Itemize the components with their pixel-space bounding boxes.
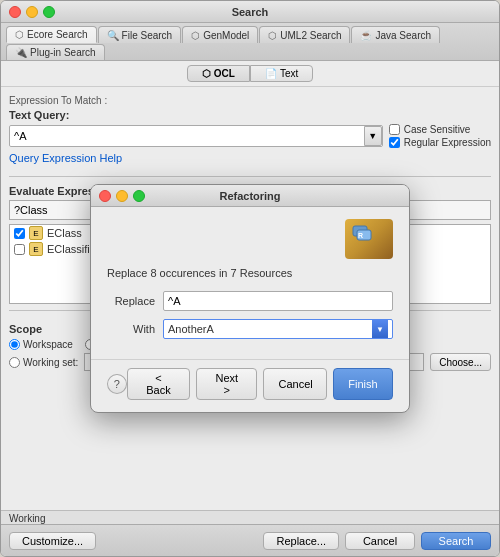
combo-arrow-icon[interactable]: ▼ xyxy=(372,320,388,338)
modal-body: R Replace 8 occurences in 7 Resources Re… xyxy=(91,207,409,359)
help-button[interactable]: ? xyxy=(107,374,127,394)
svg-text:R: R xyxy=(358,232,363,239)
modal-title: Refactoring xyxy=(219,190,280,202)
modal-min-button[interactable] xyxy=(116,190,128,202)
next-button[interactable]: Next > xyxy=(196,368,257,400)
modal-max-button[interactable] xyxy=(133,190,145,202)
modal-icon-row: R xyxy=(107,219,393,259)
finish-button[interactable]: Finish xyxy=(333,368,393,400)
back-button[interactable]: < Back xyxy=(127,368,190,400)
modal-footer: ? < Back Next > Cancel Finish xyxy=(91,359,409,412)
modal-overlay: Refactoring R Replace 8 occurences in 7 … xyxy=(0,0,500,557)
refactoring-svg-icon: R xyxy=(351,224,387,254)
refactoring-modal: Refactoring R Replace 8 occurences in 7 … xyxy=(90,184,410,413)
modal-icon: R xyxy=(345,219,393,259)
replace-field-row: Replace xyxy=(107,291,393,311)
modal-buttons: < Back Next > Cancel Finish xyxy=(127,368,393,400)
modal-close-button[interactable] xyxy=(99,190,111,202)
modal-cancel-button[interactable]: Cancel xyxy=(263,368,327,400)
modal-title-bar: Refactoring xyxy=(91,185,409,207)
with-combo-text: AnotherA xyxy=(168,323,372,335)
replace-input[interactable] xyxy=(163,291,393,311)
modal-description: Replace 8 occurences in 7 Resources xyxy=(107,267,393,279)
replace-label: Replace xyxy=(107,295,155,307)
with-label: With xyxy=(107,323,155,335)
modal-controls xyxy=(99,190,145,202)
with-combo[interactable]: AnotherA ▼ xyxy=(163,319,393,339)
with-field-row: With AnotherA ▼ xyxy=(107,319,393,339)
